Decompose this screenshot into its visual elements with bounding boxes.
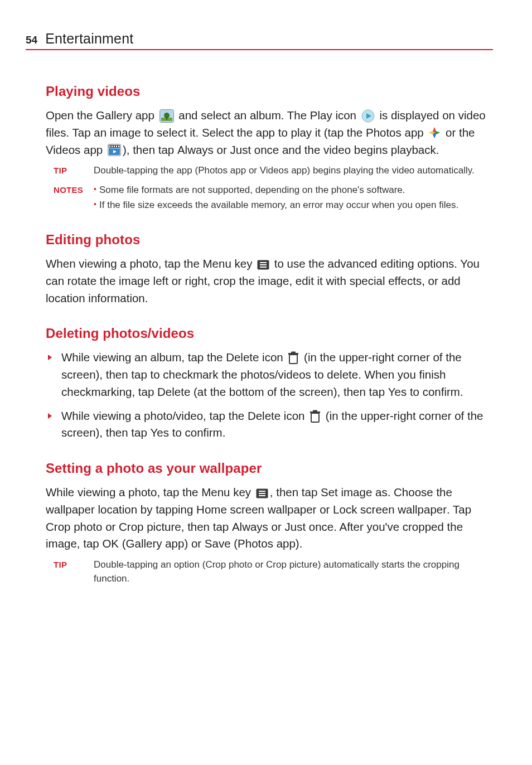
svg-rect-26 xyxy=(311,413,319,422)
text: to confirm. xyxy=(407,385,463,398)
svg-rect-28 xyxy=(313,410,317,411)
text-bold: Crop picture xyxy=(119,520,181,533)
paragraph-editing-photos: When viewing a photo, tap the Menu key t… xyxy=(46,255,493,307)
text: or xyxy=(268,520,285,533)
svg-rect-22 xyxy=(260,267,267,268)
text-bold-gallery: Gallery xyxy=(96,109,132,122)
tip-label: TIP xyxy=(54,558,94,585)
text: app or xyxy=(228,165,260,176)
text-bold-just-once: Just once xyxy=(230,143,279,156)
text: icon xyxy=(280,409,308,422)
text-bold-always: Always xyxy=(177,143,214,156)
tip-wallpaper: TIP Double-tapping an option (Crop photo… xyxy=(54,558,493,585)
text-bold-delete: Delete xyxy=(157,385,190,398)
text: While viewing an album, tap the xyxy=(61,351,226,364)
note-item: If the file size exceeds the available m… xyxy=(94,198,493,212)
text: to confirm. xyxy=(169,426,225,439)
svg-rect-25 xyxy=(291,352,296,354)
text-bold-videos: Videos xyxy=(46,143,80,156)
page-header: 54 Entertainment xyxy=(26,31,493,50)
tip-body: Double-tapping an option (Crop photo or … xyxy=(94,558,493,585)
text-bold: Lock screen wallpaper xyxy=(333,503,447,516)
text: (at the bottom of the screen), then tap xyxy=(190,385,388,398)
text: or the xyxy=(442,126,475,139)
svg-rect-21 xyxy=(260,264,267,265)
tip-label: TIP xyxy=(54,164,94,178)
text: , then tap xyxy=(181,520,232,533)
text: or xyxy=(102,520,119,533)
heading-playing-videos: Playing videos xyxy=(46,84,493,99)
photos-app-icon xyxy=(428,127,441,139)
notes-playing-videos: NOTES Some file formats are not supporte… xyxy=(54,183,493,213)
svg-rect-23 xyxy=(289,355,297,364)
text-bold: Crop photo xyxy=(205,559,252,570)
text xyxy=(252,257,255,270)
text: Open the xyxy=(46,109,96,122)
tip-body: Double-tapping the app (Photos app or Vi… xyxy=(94,164,493,178)
text xyxy=(251,486,254,498)
text: . Tap xyxy=(447,503,471,516)
deleting-list: While viewing an album, tap the Delete i… xyxy=(46,349,493,442)
svg-rect-31 xyxy=(259,493,265,494)
play-icon xyxy=(361,109,375,123)
text: Double-tapping the app ( xyxy=(94,165,198,176)
svg-rect-12 xyxy=(109,146,110,147)
text-bold-delete: Delete xyxy=(248,409,280,422)
text-bold: Set image as xyxy=(321,486,388,498)
text: When viewing a photo, tap the xyxy=(46,257,203,270)
trash-icon xyxy=(288,351,299,365)
text-bold-delete: Delete xyxy=(226,351,259,364)
text-bold: OK xyxy=(102,537,119,550)
svg-rect-13 xyxy=(112,146,113,147)
text-bold-play: Play xyxy=(310,109,332,122)
text: While viewing a photo/video, tap the xyxy=(61,409,248,422)
gallery-app-icon xyxy=(159,109,174,123)
list-item: While viewing a photo/video, tap the Del… xyxy=(46,408,493,442)
text: and the video begins playback. xyxy=(279,143,439,156)
text-bold: Just once xyxy=(284,520,333,533)
text: or xyxy=(316,503,333,516)
text: (Photos app). xyxy=(231,537,303,550)
text: or xyxy=(253,559,267,570)
text: (Gallery app) or xyxy=(119,537,205,550)
heading-wallpaper: Setting a photo as your wallpaper xyxy=(46,461,493,476)
tip-playing-videos: TIP Double-tapping the app (Photos app o… xyxy=(54,164,493,178)
text: app xyxy=(80,143,106,156)
text-bold-photos: Photos xyxy=(366,126,402,139)
paragraph-wallpaper: While viewing a photo, tap the Menu key … xyxy=(46,484,493,553)
text-bold: Crop picture xyxy=(266,559,318,570)
text-bold-menu-key: Menu key xyxy=(201,486,251,498)
trash-icon xyxy=(309,410,321,423)
svg-rect-16 xyxy=(118,146,119,147)
list-item: While viewing an album, tap the Delete i… xyxy=(46,349,493,400)
heading-editing-photos: Editing photos xyxy=(46,232,493,248)
text-bold-yes: Yes xyxy=(151,426,169,439)
svg-rect-32 xyxy=(259,495,265,496)
page-title: Entertainment xyxy=(45,31,133,47)
text-bold: Always xyxy=(232,520,268,533)
menu-key-icon xyxy=(256,488,268,498)
text: or xyxy=(214,143,230,156)
text: icon xyxy=(259,351,286,364)
text: app xyxy=(402,126,427,139)
text: Double-tapping an option ( xyxy=(94,559,205,570)
text: icon xyxy=(332,109,360,122)
text-bold-yes: Yes xyxy=(388,385,407,398)
svg-rect-3 xyxy=(166,117,167,120)
heading-deleting: Deleting photos/videos xyxy=(46,326,493,341)
text: While viewing a photo, tap the xyxy=(46,486,201,498)
notes-label: NOTES xyxy=(54,183,94,213)
svg-rect-14 xyxy=(114,146,115,147)
svg-rect-15 xyxy=(116,146,117,147)
document-page: 54 Entertainment Playing videos Open the… xyxy=(0,0,532,585)
text-bold: Crop photo xyxy=(46,520,102,533)
text-bold: Save xyxy=(205,537,231,550)
text-bold: Videos xyxy=(260,165,289,176)
text-bold: Photos xyxy=(198,165,228,176)
svg-rect-20 xyxy=(260,262,267,263)
text: , then tap xyxy=(270,486,321,498)
note-item: Some file formats are not supported, dep… xyxy=(94,183,493,197)
text-bold-menu-key: Menu key xyxy=(203,257,253,270)
notes-body: Some file formats are not supported, dep… xyxy=(94,183,493,213)
svg-rect-30 xyxy=(259,491,265,492)
